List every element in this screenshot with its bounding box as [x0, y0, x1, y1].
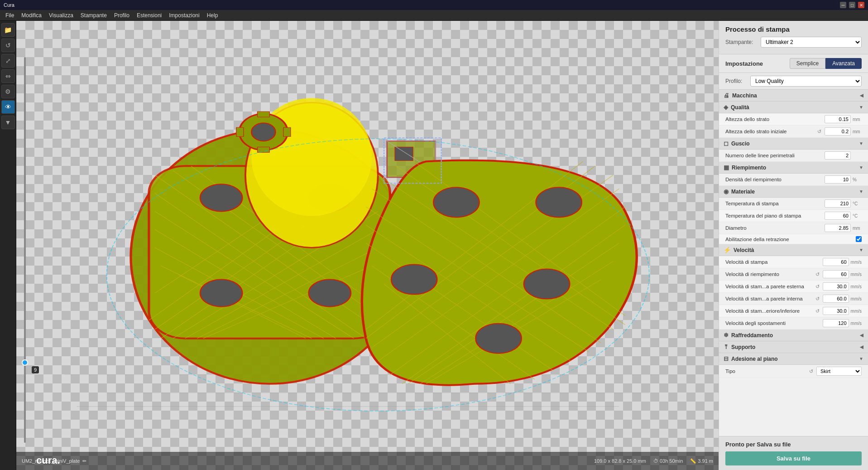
menu-item-modifica[interactable]: Modifica [18, 10, 45, 21]
rotate-button[interactable]: ↺ [1, 39, 15, 52]
section-icon-4: ◉ [724, 188, 729, 195]
setting-input-0[interactable] [825, 175, 851, 184]
retrazione-checkbox[interactable] [856, 236, 862, 242]
setting-input-0[interactable] [825, 115, 851, 123]
save-button[interactable]: Salva su file [725, 451, 862, 465]
section-header-materiale[interactable]: ◉Materiale▼ [719, 186, 868, 198]
edit-icon[interactable]: ✏ [82, 458, 86, 464]
length-value: 3.91 m [698, 458, 713, 464]
setting-value-container-3: ↺mm/s [815, 295, 862, 303]
setting-label-0: Altezza dello strato [725, 116, 825, 122]
maximize-button[interactable]: □ [849, 2, 855, 8]
svg-point-61 [475, 324, 521, 354]
setting-label-3: Abilitazione della retrazione [725, 237, 856, 242]
section-header-supporto[interactable]: ⤒Supporto◀ [719, 341, 868, 353]
setting-row-velocità-di-stam...a-parete-esterna: Velocità di stam...a parete esterna↺mm/s [719, 281, 868, 293]
setting-unit-0: % [853, 177, 862, 182]
setting-input-0[interactable] [823, 258, 849, 266]
profilo-label: Profilo: [725, 78, 750, 84]
svg-rect-36 [395, 147, 413, 160]
setting-input-5[interactable] [823, 319, 849, 327]
menu-item-stampante[interactable]: Stampante [77, 10, 110, 21]
reset-icon-3[interactable]: ↺ [815, 296, 820, 302]
reset-icon-0[interactable]: ↺ [809, 368, 813, 374]
tab-semplice[interactable]: Semplice [790, 58, 825, 69]
viewport[interactable]: 9 UM2_rostock_miniV_plate ✏ 109.0 x 82.8… [16, 21, 719, 470]
setting-input-1[interactable] [823, 270, 849, 278]
setting-label-0: Tipo [725, 368, 809, 374]
right-panel: Processo di stampa Stampante: Ultimaker … [719, 21, 868, 470]
slider-thumb[interactable] [22, 359, 28, 366]
setting-value-container-1: ↺mm [817, 127, 862, 136]
tipo-select[interactable]: Skirt [816, 367, 862, 376]
section-chevron-1: ▼ [859, 105, 863, 110]
section-chevron-0: ◀ [860, 93, 863, 98]
close-button[interactable]: ✕ [858, 2, 864, 8]
section-chevron-4: ▼ [859, 189, 863, 194]
mirror-button[interactable]: ⇔ [1, 69, 15, 83]
svg-point-24 [200, 280, 242, 307]
scale-button[interactable]: ⤢ [1, 54, 15, 68]
svg-point-60 [524, 269, 570, 299]
section-header-macchina[interactable]: 🖨Macchina◀ [719, 90, 868, 102]
svg-rect-31 [258, 147, 270, 152]
menu-item-help[interactable]: Help [203, 10, 222, 21]
section-icon-1: ◈ [724, 104, 728, 111]
setting-input-2[interactable] [825, 224, 851, 232]
reset-icon-1[interactable]: ↺ [817, 129, 821, 135]
section-header-raffreddamento[interactable]: ❄Raffreddamento◀ [719, 329, 868, 341]
clock-icon: ⏱ [653, 458, 658, 464]
setting-input-1[interactable] [825, 212, 851, 220]
setting-input-0[interactable] [825, 151, 851, 160]
reset-icon-1[interactable]: ↺ [815, 271, 820, 277]
setting-row-densità-del-riempimento: Densità del riempimento% [719, 174, 868, 186]
expand-button[interactable]: ▼ [1, 116, 15, 129]
minimize-button[interactable]: ─ [840, 2, 846, 8]
slider-value: 9 [32, 366, 39, 373]
section-header-guscio[interactable]: ◻Guscio▼ [719, 138, 868, 150]
menu-item-estensioni[interactable]: Estensioni [133, 10, 165, 21]
svg-point-25 [309, 280, 351, 307]
print-stats: 109.0 x 82.8 x 25.0 mm ⏱ 03h 50min 📏 3.9… [594, 458, 713, 464]
section-chevron-2: ▼ [859, 141, 863, 146]
filament-icon: 📏 [690, 458, 696, 464]
setting-unit-0: °C [853, 201, 862, 206]
layer-slider[interactable]: 9 [23, 57, 27, 443]
setting-input-3[interactable] [823, 295, 849, 303]
setting-input-0[interactable] [825, 199, 851, 208]
profilo-select[interactable]: Low Quality [750, 76, 862, 87]
stampante-select[interactable]: Ultimaker 2 [761, 37, 862, 48]
menu-item-file[interactable]: File [2, 10, 18, 21]
settings-button[interactable]: ⚙ [1, 85, 15, 98]
window-controls: ─ □ ✕ [840, 2, 864, 8]
tab-avanzata[interactable]: Avanzata [825, 58, 862, 69]
svg-point-59 [391, 265, 437, 295]
menu-item-visualizza[interactable]: Visualizza [45, 10, 77, 21]
setting-label-0: Densità del riempimento [725, 177, 825, 182]
menu-item-impostazioni[interactable]: Impostazioni [165, 10, 203, 21]
stampante-label: Stampante: [725, 39, 757, 45]
section-icon-5: ⚡ [724, 247, 731, 253]
setting-value-container-3 [856, 236, 862, 242]
section-icon-8: ⊟ [724, 355, 729, 362]
reset-icon-2[interactable]: ↺ [815, 284, 820, 290]
section-header-velocità[interactable]: ⚡Velocità▼ [719, 244, 868, 256]
section-icon-7: ⤒ [724, 344, 729, 350]
section-header-riempimento[interactable]: ▦Riempimento▼ [719, 162, 868, 174]
setting-input-4[interactable] [823, 307, 849, 315]
setting-input-1[interactable] [825, 127, 851, 136]
setting-input-2[interactable] [823, 282, 849, 291]
setting-row-altezza-dello-strato: Altezza dello stratomm [719, 113, 868, 126]
open-file-button[interactable]: 📁 [1, 23, 15, 37]
setting-unit-0: mm [853, 117, 862, 122]
menu-item-profilo[interactable]: Profilo [110, 10, 133, 21]
setting-row-temperatura-di-stampa: Temperatura di stampa°C [719, 198, 868, 210]
profilo-row: Profilo: Low Quality [719, 73, 868, 90]
section-header-adesione-al-piano[interactable]: ⊟Adesione al piano▼ [719, 353, 868, 365]
setting-label-1: Velocità di riempimento [725, 271, 815, 277]
setting-value-container-2: mm [825, 224, 862, 232]
section-header-qualità[interactable]: ◈Qualità▼ [719, 102, 868, 113]
view-mode-button[interactable]: 👁 [1, 100, 15, 114]
setting-label-5: Velocità degli spostamenti [725, 320, 823, 326]
reset-icon-4[interactable]: ↺ [815, 308, 820, 314]
